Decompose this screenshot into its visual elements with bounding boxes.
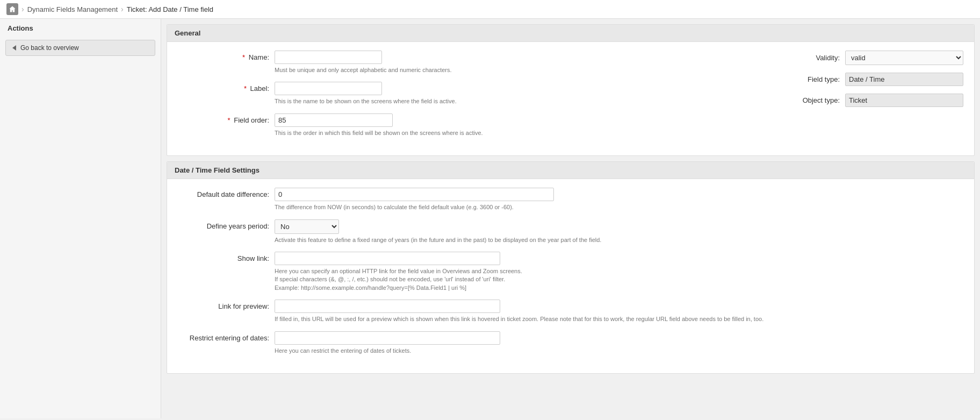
- object-type-row: Object type: Ticket: [781, 94, 963, 107]
- show-link-content: Here you can specify an optional HTTP li…: [275, 252, 963, 292]
- name-required-marker: *: [242, 53, 245, 61]
- link-preview-input[interactable]: [275, 300, 500, 313]
- field-order-required-marker: *: [228, 116, 230, 124]
- object-type-value: Ticket: [845, 94, 963, 107]
- default-date-diff-label: Default date difference:: [178, 188, 275, 198]
- field-order-input[interactable]: [275, 113, 393, 127]
- validity-row: Validity: valid invalid: [781, 51, 963, 65]
- label-row: * Label: This is the name to be shown on…: [178, 82, 781, 105]
- field-order-hint: This is the order in which this field wi…: [275, 129, 781, 137]
- link-preview-hint: If filled in, this URL will be used for …: [275, 315, 963, 323]
- breadcrumb-sep-1: ›: [21, 5, 24, 13]
- field-order-content: This is the order in which this field wi…: [275, 113, 781, 137]
- default-date-diff-hint: The difference from NOW (in seconds) to …: [275, 203, 963, 211]
- name-row: * Name: Must be unique and only accept a…: [178, 51, 781, 74]
- restrict-dates-hint: Here you can restrict the entering of da…: [275, 347, 963, 355]
- home-icon[interactable]: [6, 3, 18, 15]
- sidebar: Actions Go back to overview: [0, 19, 161, 418]
- label-required-marker: *: [244, 84, 247, 92]
- field-type-content: Date / Time: [845, 73, 963, 86]
- link-preview-label: Link for preview:: [178, 300, 275, 310]
- breadcrumb-sep-2: ›: [121, 5, 124, 13]
- restrict-dates-label: Restrict entering of dates:: [178, 331, 275, 342]
- object-type-label: Object type:: [781, 96, 845, 104]
- arrow-left-icon: [12, 45, 16, 51]
- validity-label: Validity:: [781, 54, 845, 62]
- go-back-button[interactable]: Go back to overview: [5, 40, 155, 56]
- validity-content: valid invalid: [845, 51, 963, 65]
- settings-section: Date / Time Field Settings Default date …: [167, 161, 975, 374]
- show-link-row: Show link: Here you can specify an optio…: [178, 252, 963, 292]
- link-preview-row: Link for preview: If filled in, this URL…: [178, 300, 963, 323]
- define-years-select[interactable]: No Yes: [275, 219, 339, 234]
- default-date-diff-input[interactable]: [275, 188, 554, 201]
- general-section: General * Name: Must be unique and on: [167, 24, 975, 156]
- field-type-row: Field type: Date / Time: [781, 73, 963, 86]
- general-section-title: General: [167, 25, 974, 42]
- go-back-label: Go back to overview: [20, 44, 79, 52]
- label-hint: This is the name to be shown on the scre…: [275, 97, 781, 105]
- field-type-label: Field type:: [781, 75, 845, 83]
- label-label: * Label:: [178, 82, 275, 92]
- breadcrumb: › Dynamic Fields Management › Ticket: Ad…: [0, 0, 980, 19]
- validity-select[interactable]: valid invalid: [845, 51, 963, 65]
- define-years-row: Define years period: No Yes Activate thi…: [178, 219, 963, 244]
- breadcrumb-current: Ticket: Add Date / Time field: [127, 5, 213, 13]
- restrict-dates-row: Restrict entering of dates: Here you can…: [178, 331, 963, 355]
- right-col: Validity: valid invalid Field type:: [781, 51, 963, 145]
- sidebar-actions-title: Actions: [0, 19, 161, 38]
- show-link-label: Show link:: [178, 252, 275, 262]
- label-input[interactable]: [275, 82, 382, 95]
- field-order-label: * Field order:: [178, 113, 275, 124]
- field-order-row: * Field order: This is the order in whic…: [178, 113, 781, 137]
- link-preview-content: If filled in, this URL will be used for …: [275, 300, 963, 323]
- name-content: Must be unique and only accept alphabeti…: [275, 51, 781, 74]
- define-years-label: Define years period:: [178, 219, 275, 230]
- default-date-diff-row: Default date difference: The difference …: [178, 188, 963, 211]
- main-content: General * Name: Must be unique and on: [161, 19, 980, 418]
- show-link-hint: Here you can specify an optional HTTP li…: [275, 267, 963, 292]
- show-link-input[interactable]: [275, 252, 500, 265]
- define-years-content: No Yes Activate this feature to define a…: [275, 219, 963, 244]
- settings-section-title: Date / Time Field Settings: [167, 162, 974, 179]
- restrict-dates-content: Here you can restrict the entering of da…: [275, 331, 963, 355]
- default-date-diff-content: The difference from NOW (in seconds) to …: [275, 188, 963, 211]
- define-years-hint: Activate this feature to define a fixed …: [275, 236, 963, 244]
- name-hint: Must be unique and only accept alphabeti…: [275, 66, 781, 74]
- restrict-dates-input[interactable]: [275, 331, 500, 345]
- object-type-content: Ticket: [845, 94, 963, 107]
- name-label: * Name:: [178, 51, 275, 61]
- name-input[interactable]: [275, 51, 382, 64]
- field-type-value: Date / Time: [845, 73, 963, 86]
- breadcrumb-dynamic-fields[interactable]: Dynamic Fields Management: [27, 5, 118, 13]
- label-content: This is the name to be shown on the scre…: [275, 82, 781, 105]
